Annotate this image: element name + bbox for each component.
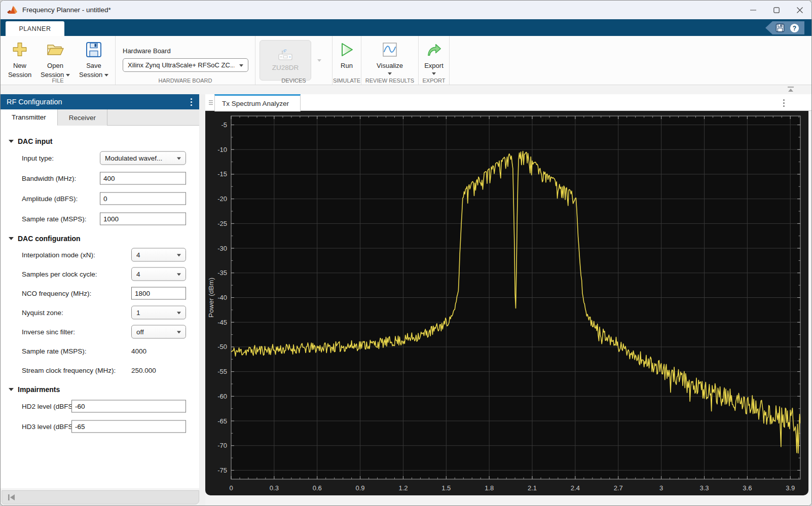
samples-per-clock-cycle-select[interactable]: 4 bbox=[131, 267, 186, 281]
app-window: Frequency Planner - untitled* PLANNER bbox=[0, 0, 812, 506]
sample-rate-msps-input[interactable] bbox=[100, 213, 186, 225]
close-button[interactable] bbox=[788, 1, 811, 19]
simulate-group-label: SIMULATE bbox=[333, 77, 361, 84]
ribbon-gap-row bbox=[1, 85, 811, 94]
section-header-dac-input[interactable]: DAC input bbox=[1, 135, 199, 148]
dac-sample-rate-msps-value: 4000 bbox=[131, 347, 146, 355]
device-zu28dr-button[interactable]: ZU28DR bbox=[260, 40, 311, 81]
interpolation-mode-select[interactable]: 4 bbox=[131, 248, 186, 262]
review-results-group-label: REVIEW RESULTS bbox=[361, 77, 418, 84]
open-session-label1: Open bbox=[47, 61, 63, 70]
section-header-impairments[interactable]: Impairments bbox=[1, 383, 199, 396]
amplitude-dbfs-input[interactable] bbox=[100, 192, 186, 205]
sample-rate-msps-label: Sample rate (MSPS): bbox=[22, 215, 87, 223]
visualize-label: Visualize bbox=[377, 61, 403, 70]
hd2-level-dbfs-input[interactable] bbox=[71, 400, 186, 413]
visualize-icon bbox=[382, 38, 397, 61]
form-row-inverse-sinc-filter: Inverse sinc filter:off bbox=[1, 322, 199, 341]
form-row-stream-clock-frequency-mhz: Stream clock frequency (MHz):250.000 bbox=[1, 361, 199, 380]
section-title: DAC configuration bbox=[18, 235, 81, 243]
save-session-label1: Save bbox=[86, 61, 101, 70]
select-caret-icon bbox=[177, 158, 181, 160]
export-label: Export bbox=[424, 61, 444, 70]
bandwidth-mhz-input[interactable] bbox=[100, 172, 186, 185]
select-caret-icon bbox=[177, 254, 181, 257]
x-tick-label: 3.3 bbox=[699, 484, 709, 492]
devices-gallery-caret[interactable] bbox=[311, 40, 327, 81]
quick-save-icon[interactable] bbox=[776, 23, 785, 32]
form-row-bandwidth-mhz: Bandwidth (MHz): bbox=[1, 168, 199, 188]
y-tick-label: -15 bbox=[217, 170, 227, 178]
tx-spectrum-chart: 00.30.60.91.21.51.82.12.42.733.33.63.9-5… bbox=[205, 111, 808, 495]
run-icon bbox=[339, 38, 355, 61]
collapse-ribbon-button[interactable] bbox=[786, 85, 795, 95]
input-type-label: Input type: bbox=[22, 154, 54, 162]
dac-sample-rate-msps-label: Sample rate (MSPS): bbox=[22, 347, 87, 355]
tab-planner[interactable]: PLANNER bbox=[6, 21, 64, 36]
form-row-hd3-level-dbfs: HD3 level (dBFS): bbox=[1, 416, 199, 437]
panel-splitter[interactable] bbox=[199, 94, 205, 506]
spectrum-plot: 00.30.60.91.21.51.82.12.42.733.33.63.9-5… bbox=[205, 111, 808, 495]
select-caret-icon bbox=[177, 331, 181, 334]
form-row-hd2-level-dbfs: HD2 level (dBFS): bbox=[1, 396, 199, 416]
ribbon-filler bbox=[450, 36, 811, 85]
stream-clock-frequency-mhz-value: 250.000 bbox=[131, 367, 156, 374]
x-tick-label: 1.8 bbox=[485, 484, 494, 492]
x-tick-label: 0.9 bbox=[356, 484, 365, 492]
tab-transmitter[interactable]: Transmitter bbox=[1, 109, 58, 126]
x-axis-label: Frequency (GHz) bbox=[490, 494, 542, 495]
tab-receiver[interactable]: Receiver bbox=[58, 109, 107, 126]
select-caret-icon bbox=[177, 312, 181, 315]
minimize-button[interactable] bbox=[742, 1, 765, 19]
section-header-dac-configuration[interactable]: DAC configuration bbox=[1, 232, 199, 245]
title-bar: Frequency Planner - untitled* bbox=[1, 1, 811, 19]
select-caret-icon bbox=[177, 274, 181, 276]
inverse-sinc-filter-select[interactable]: off bbox=[131, 325, 186, 339]
input-type-value: Modulated wavef... bbox=[105, 154, 162, 162]
nco-frequency-mhz-input[interactable] bbox=[131, 287, 186, 300]
samples-per-clock-cycle-label: Samples per clock cycle: bbox=[22, 270, 97, 278]
samples-per-clock-cycle-value: 4 bbox=[136, 270, 140, 278]
visualize-button[interactable]: Visualize bbox=[377, 38, 403, 75]
x-tick-label: 3.9 bbox=[786, 484, 795, 492]
quick-access-toolbar: ? bbox=[765, 21, 804, 34]
x-tick-label: 0.3 bbox=[270, 484, 279, 492]
y-tick-label: -35 bbox=[217, 269, 227, 277]
ribbon-group-review-results: Visualize REVIEW RESULTS bbox=[361, 36, 419, 85]
hd3-level-dbfs-input[interactable] bbox=[71, 420, 186, 433]
hd2-level-dbfs-label: HD2 level (dBFS): bbox=[22, 403, 77, 410]
nyquist-zone-label: Nyquist zone: bbox=[22, 309, 63, 317]
tab-grip-icon[interactable] bbox=[208, 100, 214, 105]
hardware-board-select[interactable]: Xilinx Zynq UltraScale+ RFSoC ZC... bbox=[123, 58, 248, 72]
y-tick-label: -45 bbox=[217, 319, 227, 326]
y-tick-label: -60 bbox=[217, 393, 227, 400]
bandwidth-mhz-label: Bandwidth (MHz): bbox=[22, 175, 76, 182]
form-row-input-type: Input type:Modulated wavef... bbox=[1, 148, 199, 168]
spectrum-analyzer-panel: Tx Spectrum Analyzer 00.30.60.91.21.51.8… bbox=[205, 94, 811, 506]
maximize-button[interactable] bbox=[765, 1, 788, 19]
run-button[interactable]: Run bbox=[339, 38, 355, 70]
y-tick-label: -25 bbox=[217, 220, 227, 227]
y-tick-label: -10 bbox=[217, 146, 227, 153]
panel-menu-icon[interactable] bbox=[190, 98, 193, 106]
form-row-nco-frequency-mhz: NCO frequency (MHz): bbox=[1, 284, 199, 303]
export-button[interactable]: Export bbox=[424, 38, 444, 75]
new-session-icon bbox=[11, 38, 28, 61]
x-tick-label: 0.6 bbox=[313, 484, 322, 492]
collapse-triangle-icon bbox=[9, 237, 14, 240]
run-label: Run bbox=[341, 61, 353, 70]
tab-tx-spectrum-analyzer[interactable]: Tx Spectrum Analyzer bbox=[214, 94, 301, 111]
help-icon[interactable]: ? bbox=[790, 23, 799, 33]
nco-frequency-mhz-label: NCO frequency (MHz): bbox=[22, 290, 91, 297]
input-type-select[interactable]: Modulated wavef... bbox=[100, 151, 186, 165]
matlab-logo-icon bbox=[7, 5, 18, 15]
go-to-start-button[interactable] bbox=[7, 493, 16, 502]
visualize-caret-icon bbox=[388, 72, 392, 75]
y-tick-label: -65 bbox=[217, 417, 227, 425]
interpolation-mode-value: 4 bbox=[136, 251, 140, 259]
save-session-icon bbox=[85, 38, 102, 61]
ribbon-tab-bar: PLANNER ? bbox=[1, 19, 811, 36]
nyquist-zone-select[interactable]: 1 bbox=[131, 306, 186, 320]
ribbon-group-simulate: Run SIMULATE bbox=[333, 36, 361, 85]
document-menu-icon[interactable] bbox=[783, 99, 785, 107]
